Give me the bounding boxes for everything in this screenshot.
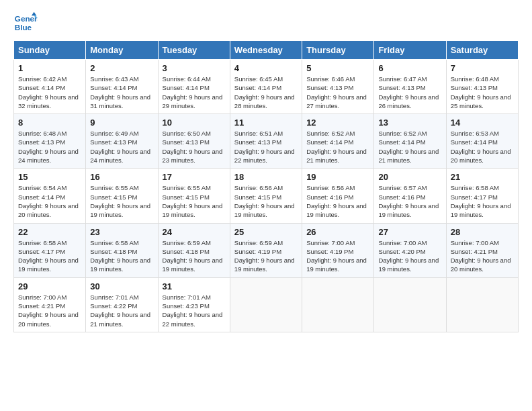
day-number: 18	[234, 172, 298, 182]
day-number: 27	[378, 227, 441, 237]
day-cell-30: 30Sunrise: 7:01 AMSunset: 4:22 PMDayligh…	[86, 277, 158, 332]
day-info: Sunrise: 6:49 AMSunset: 4:13 PMDaylight:…	[90, 129, 153, 165]
day-info: Sunrise: 6:58 AMSunset: 4:17 PMDaylight:…	[451, 183, 514, 219]
week-row-1: 1Sunrise: 6:42 AMSunset: 4:14 PMDaylight…	[14, 60, 519, 114]
day-number: 19	[306, 172, 369, 182]
col-header-monday: Monday	[86, 41, 158, 60]
day-number: 1	[18, 63, 81, 73]
day-number: 24	[163, 227, 226, 237]
col-header-sunday: Sunday	[14, 41, 86, 60]
day-info: Sunrise: 6:58 AMSunset: 4:18 PMDaylight:…	[90, 238, 153, 274]
day-cell-28: 28Sunrise: 7:00 AMSunset: 4:21 PMDayligh…	[446, 223, 518, 277]
day-info: Sunrise: 6:50 AMSunset: 4:13 PMDaylight:…	[163, 129, 226, 165]
day-number: 28	[451, 227, 514, 237]
day-cell-13: 13Sunrise: 6:52 AMSunset: 4:14 PMDayligh…	[374, 114, 446, 169]
day-info: Sunrise: 6:46 AMSunset: 4:13 PMDaylight:…	[306, 75, 369, 110]
day-cell-23: 23Sunrise: 6:58 AMSunset: 4:18 PMDayligh…	[86, 223, 158, 277]
day-number: 17	[163, 172, 226, 182]
day-number: 12	[306, 118, 369, 128]
day-cell-24: 24Sunrise: 6:59 AMSunset: 4:18 PMDayligh…	[158, 223, 230, 277]
logo-icon: General Blue	[13, 11, 38, 35]
day-info: Sunrise: 6:55 AMSunset: 4:15 PMDaylight:…	[163, 183, 226, 219]
day-info: Sunrise: 7:00 AMSunset: 4:21 PMDaylight:…	[451, 238, 514, 274]
day-info: Sunrise: 6:53 AMSunset: 4:14 PMDaylight:…	[451, 129, 514, 165]
day-cell-3: 3Sunrise: 6:44 AMSunset: 4:14 PMDaylight…	[158, 60, 230, 114]
day-number: 7	[451, 63, 514, 73]
empty-cell	[374, 277, 446, 332]
day-number: 5	[306, 63, 369, 73]
day-number: 20	[378, 172, 441, 182]
day-cell-4: 4Sunrise: 6:45 AMSunset: 4:14 PMDaylight…	[230, 60, 302, 114]
day-cell-5: 5Sunrise: 6:46 AMSunset: 4:13 PMDaylight…	[302, 60, 374, 114]
day-info: Sunrise: 6:44 AMSunset: 4:14 PMDaylight:…	[163, 75, 226, 110]
day-cell-15: 15Sunrise: 6:54 AMSunset: 4:14 PMDayligh…	[14, 169, 86, 223]
day-cell-1: 1Sunrise: 6:42 AMSunset: 4:14 PMDaylight…	[14, 60, 86, 114]
day-number: 10	[163, 118, 226, 128]
col-header-wednesday: Wednesday	[230, 41, 302, 60]
day-number: 13	[378, 118, 441, 128]
day-info: Sunrise: 6:55 AMSunset: 4:15 PMDaylight:…	[90, 183, 153, 219]
day-info: Sunrise: 6:52 AMSunset: 4:14 PMDaylight:…	[378, 129, 441, 165]
day-number: 25	[234, 227, 298, 237]
day-info: Sunrise: 6:56 AMSunset: 4:15 PMDaylight:…	[234, 183, 298, 219]
day-number: 3	[163, 63, 226, 73]
day-cell-25: 25Sunrise: 6:59 AMSunset: 4:19 PMDayligh…	[230, 223, 302, 277]
day-cell-12: 12Sunrise: 6:52 AMSunset: 4:14 PMDayligh…	[302, 114, 374, 169]
day-number: 11	[234, 118, 298, 128]
day-cell-22: 22Sunrise: 6:58 AMSunset: 4:17 PMDayligh…	[14, 223, 86, 277]
day-cell-31: 31Sunrise: 7:01 AMSunset: 4:23 PMDayligh…	[158, 277, 230, 332]
day-info: Sunrise: 6:51 AMSunset: 4:13 PMDaylight:…	[234, 129, 298, 165]
day-info: Sunrise: 6:52 AMSunset: 4:14 PMDaylight:…	[306, 129, 369, 165]
day-number: 15	[18, 172, 81, 182]
day-cell-9: 9Sunrise: 6:49 AMSunset: 4:13 PMDaylight…	[86, 114, 158, 169]
col-header-saturday: Saturday	[446, 41, 518, 60]
week-row-2: 8Sunrise: 6:48 AMSunset: 4:13 PMDaylight…	[14, 114, 519, 169]
empty-cell	[446, 277, 518, 332]
calendar-table: SundayMondayTuesdayWednesdayThursdayFrid…	[13, 40, 519, 332]
empty-cell	[302, 277, 374, 332]
day-number: 30	[90, 281, 153, 291]
day-info: Sunrise: 6:48 AMSunset: 4:13 PMDaylight:…	[451, 75, 514, 110]
day-cell-18: 18Sunrise: 6:56 AMSunset: 4:15 PMDayligh…	[230, 169, 302, 223]
day-number: 31	[163, 281, 226, 291]
day-info: Sunrise: 6:47 AMSunset: 4:13 PMDaylight:…	[378, 75, 441, 110]
day-number: 26	[306, 227, 369, 237]
day-number: 21	[451, 172, 514, 182]
day-cell-26: 26Sunrise: 7:00 AMSunset: 4:19 PMDayligh…	[302, 223, 374, 277]
day-info: Sunrise: 6:58 AMSunset: 4:17 PMDaylight:…	[18, 238, 81, 274]
day-cell-27: 27Sunrise: 7:00 AMSunset: 4:20 PMDayligh…	[374, 223, 446, 277]
day-info: Sunrise: 6:48 AMSunset: 4:13 PMDaylight:…	[18, 129, 81, 165]
day-number: 2	[90, 63, 153, 73]
day-cell-11: 11Sunrise: 6:51 AMSunset: 4:13 PMDayligh…	[230, 114, 302, 169]
day-cell-16: 16Sunrise: 6:55 AMSunset: 4:15 PMDayligh…	[86, 169, 158, 223]
logo: General Blue	[13, 11, 38, 35]
day-number: 6	[378, 63, 441, 73]
day-info: Sunrise: 6:59 AMSunset: 4:19 PMDaylight:…	[234, 238, 298, 274]
day-info: Sunrise: 6:56 AMSunset: 4:16 PMDaylight:…	[306, 183, 369, 219]
day-info: Sunrise: 6:45 AMSunset: 4:14 PMDaylight:…	[234, 75, 298, 110]
day-info: Sunrise: 6:57 AMSunset: 4:16 PMDaylight:…	[378, 183, 441, 219]
day-info: Sunrise: 6:54 AMSunset: 4:14 PMDaylight:…	[18, 183, 81, 219]
day-number: 29	[18, 281, 81, 291]
col-header-thursday: Thursday	[302, 41, 374, 60]
header-row: SundayMondayTuesdayWednesdayThursdayFrid…	[14, 41, 519, 60]
svg-text:Blue: Blue	[15, 23, 32, 32]
day-number: 14	[451, 118, 514, 128]
day-cell-7: 7Sunrise: 6:48 AMSunset: 4:13 PMDaylight…	[446, 60, 518, 114]
day-number: 16	[90, 172, 153, 182]
week-row-4: 22Sunrise: 6:58 AMSunset: 4:17 PMDayligh…	[14, 223, 519, 277]
day-info: Sunrise: 7:01 AMSunset: 4:22 PMDaylight:…	[90, 293, 153, 328]
day-info: Sunrise: 7:00 AMSunset: 4:20 PMDaylight:…	[378, 238, 441, 274]
col-header-friday: Friday	[374, 41, 446, 60]
day-cell-19: 19Sunrise: 6:56 AMSunset: 4:16 PMDayligh…	[302, 169, 374, 223]
day-number: 9	[90, 118, 153, 128]
page-header: General Blue	[13, 11, 519, 35]
day-cell-17: 17Sunrise: 6:55 AMSunset: 4:15 PMDayligh…	[158, 169, 230, 223]
day-cell-6: 6Sunrise: 6:47 AMSunset: 4:13 PMDaylight…	[374, 60, 446, 114]
day-number: 8	[18, 118, 81, 128]
day-info: Sunrise: 7:01 AMSunset: 4:23 PMDaylight:…	[163, 293, 226, 328]
week-row-3: 15Sunrise: 6:54 AMSunset: 4:14 PMDayligh…	[14, 169, 519, 223]
day-info: Sunrise: 6:59 AMSunset: 4:18 PMDaylight:…	[163, 238, 226, 274]
day-cell-2: 2Sunrise: 6:43 AMSunset: 4:14 PMDaylight…	[86, 60, 158, 114]
day-info: Sunrise: 7:00 AMSunset: 4:21 PMDaylight:…	[18, 293, 81, 328]
